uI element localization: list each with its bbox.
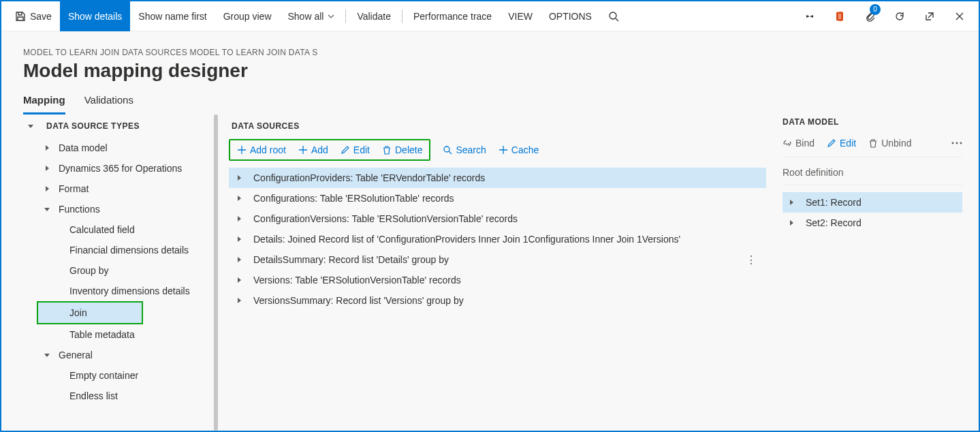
data-source-row[interactable]: VersionsSummary: Record list 'Versions' … xyxy=(229,290,766,311)
edit-button[interactable]: Edit xyxy=(341,144,370,155)
office-button[interactable] xyxy=(826,1,853,31)
attachments-button[interactable]: 0 xyxy=(856,1,883,31)
edit-model-button[interactable]: Edit xyxy=(827,138,856,149)
data-source-label: Details: Joined Record list of 'Configur… xyxy=(253,234,680,245)
delete-button[interactable]: Delete xyxy=(382,144,422,155)
breadcrumb: MODEL TO LEARN JOIN DATA SOURCES MODEL T… xyxy=(23,48,957,57)
view-menu[interactable]: VIEW xyxy=(500,1,541,31)
tree-node-label: Functions xyxy=(59,204,100,215)
unbind-label: Unbind xyxy=(881,138,911,149)
attachments-badge: 0 xyxy=(870,4,881,15)
tree-node[interactable]: Group by xyxy=(20,260,218,281)
search-label: Search xyxy=(456,144,486,155)
search-button[interactable]: Search xyxy=(443,144,486,155)
popout-button[interactable] xyxy=(916,1,943,31)
show-all-label: Show all xyxy=(288,11,324,22)
data-model-item-label: Set2: Record xyxy=(806,217,862,228)
save-button[interactable]: Save xyxy=(7,1,60,31)
connector-icon xyxy=(804,11,815,22)
save-label: Save xyxy=(30,11,52,22)
perf-trace-label: Performance trace xyxy=(413,11,492,22)
data-source-types-header[interactable]: DATA SOURCE TYPES xyxy=(20,114,218,138)
svg-point-2 xyxy=(952,142,954,144)
tree-node[interactable]: Functions xyxy=(20,199,218,219)
cache-button[interactable]: Cache xyxy=(499,144,539,155)
tab-mapping[interactable]: Mapping xyxy=(23,87,65,114)
data-source-row[interactable]: DetailsSummary: Record list 'Details' gr… xyxy=(229,249,766,270)
chevron-right-icon xyxy=(234,196,244,201)
add-label: Add xyxy=(311,144,328,155)
row-more-icon[interactable]: ⋮ xyxy=(746,253,757,266)
spacer xyxy=(53,330,63,339)
tree-node-label: Data model xyxy=(59,142,108,153)
chevron-right-icon xyxy=(234,298,244,303)
spacer xyxy=(53,371,63,380)
data-source-label: ConfigurationProviders: Table 'ERVendorT… xyxy=(253,172,485,183)
tree-node[interactable]: General xyxy=(20,345,218,365)
data-source-row[interactable]: Versions: Table 'ERSolutionVersionTable'… xyxy=(229,270,766,290)
data-model-item[interactable]: Set2: Record xyxy=(783,213,962,233)
group-view-button[interactable]: Group view xyxy=(215,1,280,31)
options-label: OPTIONS xyxy=(549,11,592,22)
data-source-label: Versions: Table 'ERSolutionVersionTable'… xyxy=(253,275,461,286)
tree-node[interactable]: Empty container xyxy=(20,365,218,386)
connector-button[interactable] xyxy=(796,1,823,31)
tree-node[interactable]: Calculated field xyxy=(20,219,218,240)
data-model-item[interactable]: Set1: Record xyxy=(783,192,962,213)
page-title: Model mapping designer xyxy=(23,60,957,82)
bind-button[interactable]: Bind xyxy=(783,138,815,149)
tree-node[interactable]: Dynamics 365 for Operations xyxy=(20,158,218,179)
search-button[interactable] xyxy=(600,1,627,31)
data-source-types-tree: Data modelDynamics 365 for OperationsFor… xyxy=(20,138,218,406)
tab-validations[interactable]: Validations xyxy=(84,87,133,114)
trash-icon xyxy=(382,145,392,155)
tree-node[interactable]: Table metadata xyxy=(20,324,218,345)
add-button[interactable]: Add xyxy=(298,144,328,155)
tree-node-join[interactable]: Join xyxy=(38,303,142,323)
spacer xyxy=(53,225,63,234)
performance-trace-button[interactable]: Performance trace xyxy=(405,1,500,31)
data-source-label: DetailsSummary: Record list 'Details' gr… xyxy=(253,254,449,265)
unbind-button[interactable]: Unbind xyxy=(868,138,911,149)
show-name-first-button[interactable]: Show name first xyxy=(130,1,215,31)
tree-node[interactable]: Inventory dimensions details xyxy=(20,281,218,301)
more-button[interactable] xyxy=(951,142,962,144)
chevron-right-icon xyxy=(234,236,244,242)
chevron-down-icon xyxy=(42,350,52,360)
cache-label: Cache xyxy=(511,144,539,155)
data-source-row[interactable]: ConfigurationVersions: Table 'ERSolution… xyxy=(229,209,766,229)
search-icon xyxy=(608,11,619,22)
data-source-label: VersionsSummary: Record list 'Versions' … xyxy=(253,295,464,306)
data-source-types-panel: DATA SOURCE TYPES Data modelDynamics 365… xyxy=(1,114,218,431)
data-source-row[interactable]: Configurations: Table 'ERSolutionTable' … xyxy=(229,188,766,209)
tree-node[interactable]: Endless list xyxy=(20,386,218,406)
add-root-button[interactable]: Add root xyxy=(237,144,286,155)
spacer xyxy=(53,266,63,275)
bind-label: Bind xyxy=(795,138,815,149)
chevron-right-icon xyxy=(787,200,796,205)
tree-node[interactable]: Data model xyxy=(20,138,218,158)
show-all-dropdown[interactable]: Show all xyxy=(280,1,343,31)
tree-node-label: General xyxy=(59,350,93,360)
validate-button[interactable]: Validate xyxy=(349,1,399,31)
save-icon xyxy=(15,11,26,22)
chevron-right-icon xyxy=(234,277,244,283)
tree-node[interactable]: Format xyxy=(20,179,218,199)
tree-node-label: Financial dimensions details xyxy=(69,245,189,256)
close-button[interactable] xyxy=(946,1,973,31)
tree-node-label: Group by xyxy=(69,265,109,276)
data-source-row[interactable]: ConfigurationProviders: Table 'ERVendorT… xyxy=(229,168,766,188)
plus-icon xyxy=(499,145,508,155)
chevron-right-icon xyxy=(42,164,52,173)
refresh-button[interactable] xyxy=(886,1,913,31)
chevron-down-icon xyxy=(328,13,334,20)
options-menu[interactable]: OPTIONS xyxy=(541,1,600,31)
show-details-button[interactable]: Show details xyxy=(60,1,130,31)
tree-node-label: Table metadata xyxy=(69,329,135,340)
link-icon xyxy=(783,138,792,148)
data-sources-toolbar: Add root Add Edit Delete xyxy=(229,136,766,168)
tree-node-label: Dynamics 365 for Operations xyxy=(59,163,182,174)
data-sources-panel: DATA SOURCES Add root Add Edit xyxy=(218,114,777,431)
tree-node[interactable]: Financial dimensions details xyxy=(20,240,218,260)
data-source-row[interactable]: Details: Joined Record list of 'Configur… xyxy=(229,229,766,249)
